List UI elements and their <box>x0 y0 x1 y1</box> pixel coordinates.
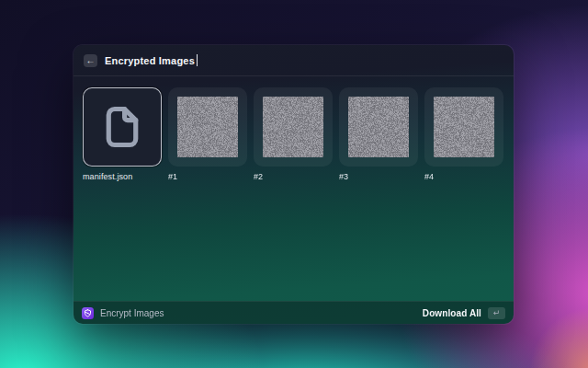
grid-item-label: #4 <box>424 172 503 181</box>
grid-item-label: #1 <box>168 172 247 181</box>
download-all-button[interactable]: Download All ↵ <box>423 307 505 319</box>
grid-cell-manifest: manifest.json <box>83 87 162 181</box>
encrypt-images-app-icon <box>82 307 94 319</box>
back-arrow-icon: ← <box>86 56 96 65</box>
grid-item-encrypted-4[interactable] <box>424 87 503 167</box>
grid-cell-2: #2 <box>254 87 333 181</box>
grid-item-label: #3 <box>339 172 418 181</box>
shield-icon <box>84 309 92 317</box>
back-button[interactable]: ← <box>84 54 97 67</box>
grid-item-encrypted-1[interactable] <box>168 87 247 167</box>
encrypted-image-thumbnail <box>348 97 409 157</box>
grid-item-encrypted-2[interactable] <box>254 87 333 167</box>
grid-item-encrypted-3[interactable] <box>339 87 418 167</box>
page-title: Encrypted Images <box>105 55 195 66</box>
grid-item-manifest-json[interactable] <box>83 87 162 167</box>
enter-key-icon: ↵ <box>493 309 501 317</box>
grid-cell-1: #1 <box>168 87 247 181</box>
grid-row: manifest.json #1 #2 #3 <box>83 87 504 181</box>
app-name: Encrypt Images <box>100 308 164 318</box>
enter-key-badge: ↵ <box>488 307 505 319</box>
encrypted-image-thumbnail <box>177 97 238 157</box>
header-search-input[interactable]: Encrypted Images <box>105 54 198 66</box>
window-header: ← Encrypted Images <box>74 45 514 76</box>
footer-app-info: Encrypt Images <box>82 307 164 319</box>
text-caret-icon <box>197 54 198 66</box>
file-icon <box>98 101 146 153</box>
encrypted-images-window: ← Encrypted Images manifest.json <box>74 45 514 324</box>
encrypted-image-thumbnail <box>263 97 323 157</box>
grid-cell-3: #3 <box>339 87 418 181</box>
grid-cell-4: #4 <box>424 87 503 181</box>
window-footer: Encrypt Images Download All ↵ <box>74 301 514 324</box>
encrypted-image-thumbnail <box>434 97 494 157</box>
grid-item-label: manifest.json <box>83 172 162 181</box>
image-grid: manifest.json #1 #2 #3 <box>74 76 514 301</box>
grid-item-label: #2 <box>254 172 333 181</box>
download-all-label: Download All <box>423 308 481 318</box>
